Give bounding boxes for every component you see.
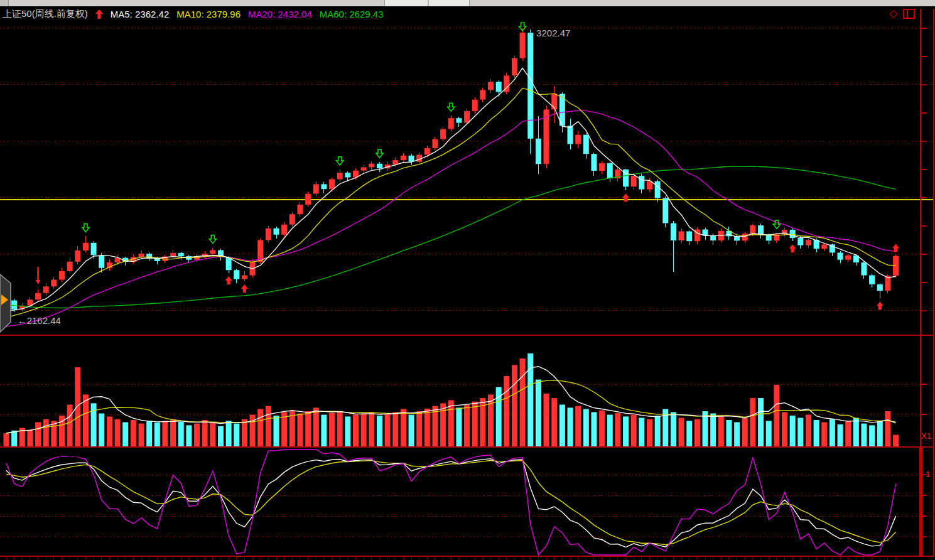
volume-ma10-value: MA10: 95292112.00 — [200, 338, 284, 349]
ma60-group — [6, 166, 896, 308]
note-down-arrow — [36, 280, 41, 284]
trading-terminal: 上证50(周线.前复权) MA5: 2362.42 MA10: 2379.96 … — [0, 0, 935, 560]
gridlines — [0, 28, 934, 537]
low-price-label: ←2162.44 — [18, 315, 61, 326]
price-axis — [0, 9, 934, 556]
volume-bars — [4, 353, 899, 446]
peak-price-label: ←3202.47 — [527, 28, 570, 38]
sidebar-collapse-tab — [0, 274, 11, 332]
buy-marker — [877, 301, 884, 310]
buy-marker — [789, 244, 796, 252]
volume-ma5-value: MA5: 84515984.00 — [111, 338, 191, 349]
sell-marker — [448, 103, 455, 111]
sell-marker — [82, 223, 89, 232]
signal-markers — [36, 23, 900, 310]
candlestick-series — [4, 28, 899, 312]
kdj-j-value: J: 77.91 — [141, 449, 174, 460]
kdj-scale-label: 1 — [926, 470, 930, 479]
buy-marker — [622, 193, 629, 202]
buy-marker — [225, 276, 232, 284]
bottom-tick-strip — [6, 557, 896, 560]
buy-marker — [241, 284, 248, 293]
volume-value: VOLUME: 26237200.00 — [3, 338, 102, 349]
kdj-title: KDJ(9,3,3) — [3, 449, 48, 460]
price-extreme-labels: ←3202.47←2162.44 — [18, 28, 571, 326]
kdj-k-value: K: 51.98 — [55, 449, 90, 460]
kdj-d-value: D: 39.02 — [98, 449, 134, 460]
ma60-line — [6, 166, 896, 308]
sell-marker — [337, 157, 343, 165]
x1-scale-label: X1 — [921, 431, 931, 441]
sell-marker — [376, 149, 383, 158]
kdj-k-line-group — [6, 459, 896, 547]
kdj-header: KDJ(9,3,3) K: 51.98 D: 39.02 J: 77.91 — [3, 449, 175, 460]
kdj-k-line — [6, 459, 896, 547]
ma20-group — [6, 110, 896, 326]
ma20-line — [6, 110, 896, 326]
sell-marker — [209, 235, 216, 244]
ma5-group — [6, 68, 896, 311]
chart-canvas[interactable]: ←3202.47←2162.44 — [0, 0, 935, 560]
ma5-line — [6, 68, 896, 311]
volume-header: VOLUME: 26237200.00 MA5: 84515984.00 MA1… — [3, 338, 284, 349]
